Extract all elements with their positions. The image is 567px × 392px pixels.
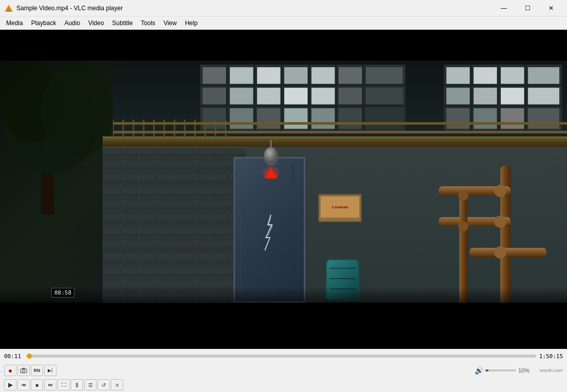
current-time: 00:11: [4, 353, 24, 360]
svg-rect-8: [203, 67, 227, 85]
menu-media[interactable]: Media: [2, 18, 27, 28]
svg-rect-13: [339, 67, 363, 85]
playlist-button[interactable]: ☰: [84, 379, 96, 390]
video-area[interactable]: ⚠ DANGER: [0, 30, 567, 349]
svg-rect-76: [103, 148, 246, 302]
svg-rect-20: [339, 88, 363, 106]
svg-rect-6: [41, 173, 54, 214]
svg-rect-41: [528, 67, 559, 85]
svg-point-86: [494, 185, 506, 197]
menu-bar: Media Playback Audio Video Subtitle Tool…: [0, 16, 567, 30]
record-button[interactable]: ●: [4, 365, 16, 376]
svg-point-88: [494, 246, 506, 259]
window-title: Sample Video.mp4 - VLC media player: [16, 5, 492, 12]
menu-subtitle[interactable]: Subtitle: [108, 18, 137, 28]
controls-row-1: ● RN ▶| 🔊 10% wsxdn.com: [0, 363, 567, 378]
svg-rect-19: [311, 88, 336, 106]
sign-content: ⚠ DANGER: [321, 197, 359, 218]
menu-video[interactable]: Video: [84, 18, 108, 28]
svg-point-78: [264, 147, 278, 166]
menu-view[interactable]: View: [160, 18, 181, 28]
svg-rect-17: [257, 88, 282, 106]
app-icon: [4, 4, 13, 13]
close-button[interactable]: ✕: [539, 0, 563, 16]
timestamp-value: 08:58: [54, 289, 71, 296]
railing: [103, 136, 567, 147]
svg-rect-38: [446, 67, 471, 85]
menu-playback[interactable]: Playback: [27, 18, 61, 28]
volume-fill: [485, 369, 488, 371]
svg-point-5: [41, 66, 113, 158]
loop-button[interactable]: ↺: [97, 379, 110, 390]
svg-rect-40: [501, 67, 525, 85]
svg-rect-42: [446, 88, 471, 106]
svg-point-87: [494, 215, 506, 228]
letterbox-bottom: 08:58: [0, 303, 567, 349]
random-button[interactable]: ⤮: [111, 379, 123, 390]
volume-label: 10%: [518, 367, 533, 374]
window-controls: — ☐ ✕: [492, 0, 563, 16]
volume-icon: 🔊: [475, 366, 483, 375]
svg-rect-10: [257, 67, 282, 85]
progress-area: 00:11 1:50:15: [0, 349, 567, 363]
svg-point-93: [23, 370, 25, 373]
svg-rect-14: [366, 67, 403, 85]
minimize-button[interactable]: —: [492, 0, 516, 16]
sparks: [261, 214, 281, 252]
title-bar: Sample Video.mp4 - VLC media player — ☐ …: [0, 0, 567, 16]
progress-bar[interactable]: [27, 355, 536, 358]
stop-button[interactable]: ■: [31, 379, 43, 390]
pipe-structure: [439, 166, 546, 303]
tree-bg: [0, 61, 113, 303]
svg-rect-45: [528, 88, 559, 106]
svg-rect-43: [474, 88, 498, 106]
brick-wall: [103, 147, 246, 303]
menu-audio[interactable]: Audio: [60, 18, 84, 28]
svg-rect-67: [113, 122, 567, 125]
svg-point-91: [458, 221, 468, 231]
watermark: wsxdn.com: [540, 368, 563, 373]
svg-rect-85: [470, 248, 546, 257]
svg-rect-2: [7, 10, 10, 12]
svg-rect-39: [474, 67, 498, 85]
snapshot-button[interactable]: [17, 365, 30, 376]
svg-point-81: [263, 167, 279, 179]
svg-rect-15: [203, 88, 227, 106]
progress-thumb: [27, 354, 32, 359]
play-button[interactable]: ▶: [4, 379, 16, 390]
svg-rect-18: [284, 88, 309, 106]
extended-settings-button[interactable]: ||: [71, 379, 83, 390]
frame-by-frame-button[interactable]: ▶|: [44, 365, 56, 376]
fullscreen-button[interactable]: ⛶: [57, 379, 70, 390]
maximize-button[interactable]: ☐: [516, 0, 539, 16]
svg-rect-94: [22, 368, 25, 369]
menu-tools[interactable]: Tools: [137, 18, 160, 28]
svg-rect-44: [501, 88, 525, 106]
timestamp-tooltip: 08:58: [51, 288, 74, 298]
svg-point-90: [458, 190, 468, 201]
video-frame: ⚠ DANGER: [0, 30, 567, 349]
menu-help[interactable]: Help: [181, 18, 202, 28]
svg-rect-11: [284, 67, 309, 85]
railing-bars: [113, 120, 567, 138]
show-ext-button[interactable]: RN: [31, 365, 43, 376]
total-time: 1:50:15: [539, 353, 563, 360]
letterbox-top: [0, 30, 567, 61]
bottom-shadow: [0, 287, 567, 303]
volume-slider[interactable]: [485, 369, 516, 371]
controls-area: 00:11 1:50:15 ● RN ▶| 🔊 10%: [0, 349, 567, 392]
controls-row-2: ▶ ⏮ ■ ⏭ ⛶ || ☰ ↺ ⤮: [0, 378, 567, 392]
prev-button[interactable]: ⏮: [17, 379, 30, 390]
video-scene: ⚠ DANGER: [0, 30, 567, 349]
svg-rect-16: [230, 88, 255, 106]
svg-rect-21: [366, 88, 403, 106]
svg-rect-9: [230, 67, 255, 85]
next-button[interactable]: ⏭: [44, 379, 56, 390]
svg-rect-12: [311, 67, 336, 85]
warning-sign: ⚠ DANGER: [318, 194, 362, 222]
svg-rect-68: [113, 131, 567, 133]
volume-control: 🔊 10% wsxdn.com: [475, 366, 563, 375]
hanging-mechanism: [256, 140, 286, 186]
